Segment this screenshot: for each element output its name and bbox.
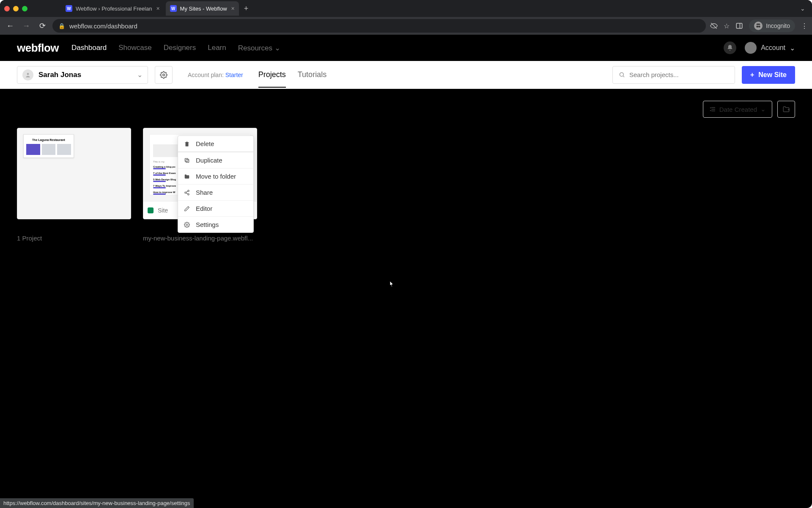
chevron-down-icon: ⌄	[760, 105, 766, 113]
page-title: All sites	[17, 104, 52, 115]
nav-dashboard[interactable]: Dashboard	[71, 44, 107, 52]
browser-reload-button[interactable]: ⟳	[36, 21, 48, 30]
url-text: webflow.com/dashboard	[69, 22, 137, 30]
avatar	[745, 42, 757, 54]
browser-forward-button[interactable]: →	[20, 22, 32, 30]
sort-icon	[709, 106, 716, 113]
nav-learn[interactable]: Learn	[208, 44, 226, 52]
browser-back-button[interactable]: ←	[4, 22, 16, 30]
context-menu: Delete Duplicate Move to folder	[178, 135, 254, 233]
lock-icon: 🔒	[58, 23, 65, 29]
browser-tab[interactable]: W Webflow › Professional Freelan ×	[61, 1, 164, 16]
svg-rect-11	[186, 159, 189, 162]
bookmark-star-icon[interactable]: ☆	[724, 22, 730, 30]
svg-point-5	[27, 73, 29, 75]
account-label: Account	[761, 44, 785, 52]
svg-line-16	[186, 191, 188, 192]
gear-icon	[184, 222, 191, 228]
folder-icon	[184, 174, 191, 179]
svg-point-14	[185, 192, 187, 193]
tab-projects[interactable]: Projects	[258, 62, 286, 88]
side-panel-icon[interactable]	[735, 22, 743, 30]
menu-item-move[interactable]: Move to folder	[178, 168, 253, 184]
svg-rect-1	[736, 23, 742, 28]
window-minimize-icon[interactable]	[13, 6, 19, 11]
account-plan: Account plan: Starter	[188, 72, 243, 78]
window-close-icon[interactable]	[4, 6, 10, 11]
dashboard-header: Sarah Jonas ⌄ Account plan: Starter Proj…	[0, 61, 812, 89]
incognito-icon	[754, 22, 763, 30]
tab-favicon-icon: W	[66, 5, 72, 12]
published-status-icon	[148, 207, 154, 213]
tab-close-icon[interactable]: ×	[156, 5, 159, 12]
webflow-logo[interactable]: webflow	[17, 41, 59, 55]
svg-point-13	[188, 190, 189, 192]
workspace-name: Sarah Jonas	[38, 71, 132, 79]
search-field[interactable]	[629, 71, 729, 78]
card-subtitle: 1 Project	[17, 235, 131, 242]
folder-preview: The Laguna Restaurant	[23, 134, 74, 158]
browser-tab[interactable]: W My Sites - Webflow ×	[166, 1, 239, 16]
browser-menu-icon[interactable]: ⋮	[801, 22, 808, 30]
menu-item-editor[interactable]: Editor	[178, 200, 253, 216]
pencil-icon	[184, 206, 191, 212]
window-controls[interactable]	[4, 6, 27, 11]
main-content: All sites Date Created ⌄ The Laguna Rest…	[0, 89, 812, 254]
incognito-label: Incognito	[766, 22, 790, 29]
status-bar-url: https://webflow.com/dashboard/sites/my-n…	[0, 498, 194, 508]
svg-point-6	[163, 74, 165, 76]
svg-point-18	[186, 224, 188, 226]
tab-title: Webflow › Professional Freelan	[76, 6, 152, 12]
notifications-button[interactable]	[724, 41, 736, 54]
chevron-down-icon: ⌄	[790, 44, 795, 52]
svg-line-8	[623, 76, 624, 77]
svg-point-15	[188, 193, 189, 195]
trash-icon	[184, 141, 191, 147]
card-title: Websites	[17, 224, 131, 233]
duplicate-icon	[184, 157, 191, 163]
menu-item-delete[interactable]: Delete	[178, 136, 253, 152]
new-tab-button[interactable]: +	[241, 4, 252, 13]
sort-label: Date Created	[719, 106, 757, 113]
tabs-menu-icon[interactable]: ⌄	[800, 5, 805, 12]
share-icon	[184, 190, 191, 196]
workspace-settings-button[interactable]	[155, 66, 173, 84]
tab-favicon-icon: W	[170, 5, 177, 12]
incognito-badge[interactable]: Incognito	[749, 19, 795, 32]
account-menu[interactable]: Account ⌄	[745, 42, 795, 54]
tab-tutorials[interactable]: Tutorials	[298, 62, 326, 88]
menu-item-duplicate[interactable]: Duplicate	[178, 152, 253, 168]
url-bar[interactable]: 🔒 webflow.com/dashboard	[52, 19, 706, 33]
tab-title: My Sites - Webflow	[180, 6, 227, 12]
nav-designers[interactable]: Designers	[164, 44, 196, 52]
site-type-label: Site	[158, 207, 168, 214]
app-topnav: webflow Dashboard Showcase Designers Lea…	[0, 35, 812, 61]
svg-rect-12	[185, 158, 188, 161]
chevron-down-icon: ⌄	[274, 44, 280, 52]
browser-chrome: W Webflow › Professional Freelan × W My …	[0, 0, 812, 35]
site-card[interactable]: My business website This is my Creating …	[143, 128, 257, 242]
menu-item-settings[interactable]: Settings	[178, 216, 253, 232]
avatar	[22, 69, 33, 80]
nav-resources[interactable]: Resources ⌄	[238, 44, 280, 52]
folder-card[interactable]: The Laguna Restaurant Websites 1 Project	[17, 128, 131, 242]
plan-value[interactable]: Starter	[225, 72, 243, 78]
eye-off-icon[interactable]	[710, 22, 718, 30]
chevron-down-icon: ⌄	[137, 71, 143, 79]
new-site-button[interactable]: + New Site	[742, 66, 795, 84]
nav-showcase[interactable]: Showcase	[118, 44, 151, 52]
sort-dropdown[interactable]: Date Created ⌄	[703, 101, 772, 118]
card-subtitle: my-new-business-landing-page.webfl...	[143, 235, 257, 242]
search-input[interactable]	[612, 66, 735, 84]
svg-point-3	[757, 25, 759, 28]
svg-point-4	[758, 25, 760, 28]
plus-icon: +	[750, 71, 754, 79]
workspace-picker[interactable]: Sarah Jonas ⌄	[17, 66, 148, 84]
tab-close-icon[interactable]: ×	[231, 5, 235, 12]
window-fullscreen-icon[interactable]	[22, 6, 27, 11]
svg-point-7	[620, 73, 623, 77]
search-icon	[619, 72, 625, 78]
add-folder-button[interactable]	[777, 101, 795, 118]
svg-line-17	[186, 193, 188, 193]
menu-item-share[interactable]: Share	[178, 184, 253, 200]
